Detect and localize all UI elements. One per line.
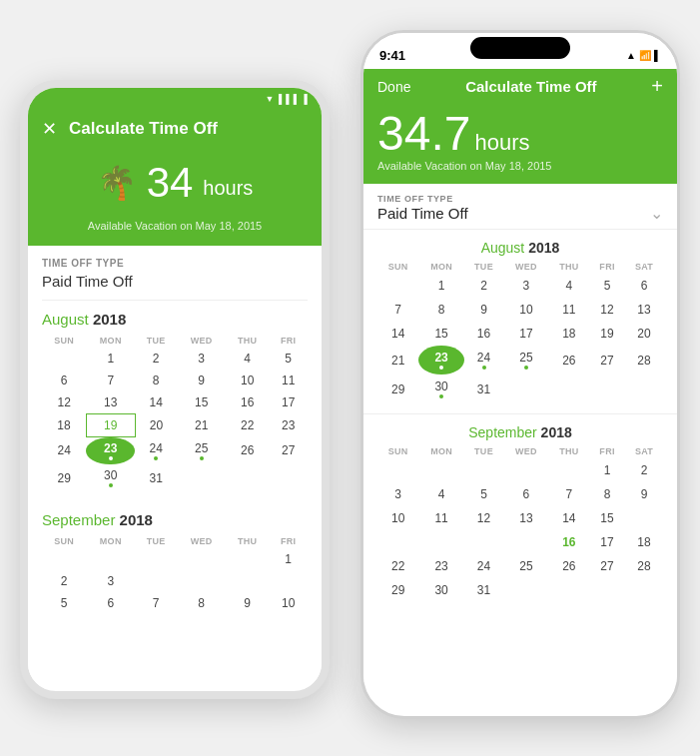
day-cell[interactable]: 9 <box>464 298 503 322</box>
day-cell[interactable]: 6 <box>625 274 663 298</box>
day-cell[interactable]: 1 <box>418 274 464 298</box>
day-cell[interactable]: 15 <box>418 322 464 346</box>
day-cell[interactable]: 12 <box>464 506 503 530</box>
day-cell[interactable]: 26 <box>549 554 589 578</box>
day-cell[interactable] <box>589 375 625 403</box>
day-cell[interactable]: 31 <box>464 375 503 403</box>
day-cell[interactable]: 27 <box>269 437 308 465</box>
day-cell[interactable]: 25 <box>177 437 226 465</box>
day-cell[interactable] <box>589 578 625 602</box>
day-cell[interactable]: 14 <box>377 322 418 346</box>
day-cell[interactable]: 20 <box>135 414 177 437</box>
day-cell[interactable]: 4 <box>549 274 589 298</box>
day-cell[interactable]: 26 <box>226 437 269 465</box>
day-cell[interactable] <box>226 570 269 592</box>
day-cell[interactable]: 30 <box>418 578 464 602</box>
day-cell[interactable]: 8 <box>418 298 464 322</box>
day-cell[interactable] <box>549 375 589 403</box>
day-cell[interactable]: 10 <box>503 298 549 322</box>
day-cell[interactable]: 11 <box>418 506 464 530</box>
totype-row[interactable]: Paid Time Off ⌄ <box>377 204 663 223</box>
day-cell[interactable]: 31 <box>464 578 503 602</box>
day-cell[interactable]: 9 <box>226 592 269 614</box>
day-cell[interactable]: 7 <box>377 298 418 322</box>
day-cell[interactable] <box>42 548 86 570</box>
day-cell[interactable]: 3 <box>377 482 418 506</box>
day-cell[interactable]: 2 <box>464 274 503 298</box>
day-cell[interactable] <box>135 548 177 570</box>
day-cell[interactable]: 28 <box>625 346 663 375</box>
day-cell[interactable]: 6 <box>503 482 549 506</box>
day-cell[interactable]: 20 <box>625 322 663 346</box>
day-cell[interactable] <box>625 578 663 602</box>
day-cell[interactable]: 5 <box>269 348 308 370</box>
day-cell[interactable]: 9 <box>625 482 663 506</box>
day-cell[interactable] <box>464 530 503 554</box>
day-cell[interactable]: 12 <box>42 391 86 414</box>
day-cell[interactable]: 25 <box>503 346 549 375</box>
day-cell[interactable]: 13 <box>503 506 549 530</box>
day-cell[interactable]: 10 <box>377 506 418 530</box>
day-cell[interactable]: 31 <box>135 464 177 491</box>
day-cell[interactable]: 23 <box>418 554 464 578</box>
day-cell[interactable] <box>269 570 308 592</box>
day-cell[interactable]: 24 <box>135 437 177 465</box>
day-cell[interactable]: 26 <box>549 346 589 375</box>
day-cell[interactable]: 11 <box>549 298 589 322</box>
day-cell[interactable]: 5 <box>589 274 625 298</box>
day-cell[interactable]: 16 <box>226 391 269 414</box>
day-cell[interactable] <box>549 578 589 602</box>
day-cell[interactable]: 7 <box>135 592 177 614</box>
day-cell[interactable]: 2 <box>625 458 663 482</box>
day-cell[interactable]: 3 <box>86 570 135 592</box>
day-cell[interactable]: 5 <box>42 592 86 614</box>
day-cell[interactable]: 28 <box>625 554 663 578</box>
day-cell[interactable]: 7 <box>549 482 589 506</box>
day-cell[interactable]: 27 <box>589 554 625 578</box>
day-cell[interactable]: 25 <box>503 554 549 578</box>
day-cell[interactable]: 30 <box>418 375 464 403</box>
day-cell[interactable]: 8 <box>135 370 177 391</box>
day-cell[interactable] <box>377 458 418 482</box>
day-cell[interactable]: 29 <box>377 375 418 403</box>
day-cell[interactable] <box>135 570 177 592</box>
day-cell[interactable]: 17 <box>269 391 308 414</box>
day-cell[interactable]: 3 <box>503 274 549 298</box>
day-cell[interactable]: 1 <box>269 548 308 570</box>
day-cell[interactable]: 3 <box>177 348 226 370</box>
day-cell[interactable]: 18 <box>42 414 86 437</box>
day-cell[interactable]: 18 <box>625 530 663 554</box>
day-cell[interactable] <box>503 530 549 554</box>
day-cell-selected[interactable]: 23 <box>86 437 135 465</box>
day-cell[interactable]: 2 <box>135 348 177 370</box>
day-cell[interactable]: 10 <box>269 592 308 614</box>
day-cell[interactable] <box>377 274 418 298</box>
day-cell[interactable] <box>42 348 86 370</box>
day-cell[interactable]: 1 <box>86 348 135 370</box>
close-icon[interactable]: ✕ <box>42 118 57 140</box>
iphone-body[interactable]: TIME OFF TYPE Paid Time Off ⌄ August 201… <box>363 184 677 682</box>
day-cell[interactable]: 24 <box>464 554 503 578</box>
day-cell[interactable]: 8 <box>177 592 226 614</box>
day-cell[interactable]: 4 <box>418 482 464 506</box>
day-cell[interactable]: 27 <box>589 346 625 375</box>
day-cell[interactable]: 16 <box>464 322 503 346</box>
day-cell[interactable]: 12 <box>589 298 625 322</box>
day-cell[interactable]: 9 <box>177 370 226 391</box>
day-cell[interactable] <box>177 570 226 592</box>
day-cell[interactable]: 18 <box>549 322 589 346</box>
day-cell[interactable] <box>625 506 663 530</box>
day-cell[interactable] <box>625 375 663 403</box>
day-cell[interactable]: 14 <box>135 391 177 414</box>
day-cell[interactable] <box>503 458 549 482</box>
android-body[interactable]: TIME OFF TYPE Paid Time Off August 2018 … <box>28 246 322 689</box>
day-cell[interactable]: 30 <box>86 464 135 491</box>
day-cell[interactable]: 6 <box>42 370 86 391</box>
day-cell[interactable]: 4 <box>226 348 269 370</box>
day-cell[interactable] <box>177 548 226 570</box>
day-cell[interactable]: 15 <box>589 506 625 530</box>
day-cell[interactable] <box>418 458 464 482</box>
day-cell[interactable]: 21 <box>377 346 418 375</box>
day-cell[interactable]: 5 <box>464 482 503 506</box>
day-cell[interactable]: 24 <box>42 437 86 465</box>
